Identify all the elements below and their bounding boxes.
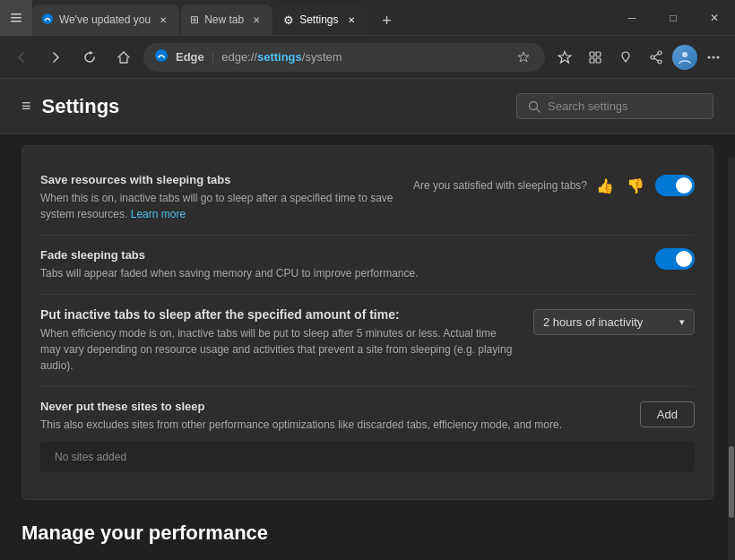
window-menu-button[interactable]	[0, 0, 32, 36]
fade-sleeping-title: Fade sleeping tabs	[40, 248, 641, 262]
svg-line-19	[537, 108, 540, 112]
settings-main: ≡ Settings Save resources with sleeping …	[0, 79, 735, 560]
fade-sleeping-toggle[interactable]	[655, 248, 695, 270]
url-bar[interactable]: Edge | edge://settings/system	[143, 43, 545, 72]
scroll-thumb	[729, 446, 734, 518]
tab-settings-close[interactable]: ✕	[344, 13, 359, 27]
svg-rect-6	[596, 52, 601, 56]
collections-button[interactable]	[581, 43, 610, 72]
new-tab-button[interactable]: +	[373, 6, 402, 35]
url-scheme: edge://	[221, 50, 257, 64]
search-icon	[528, 100, 540, 113]
svg-line-13	[654, 58, 658, 61]
svg-point-9	[658, 51, 662, 55]
put-to-sleep-desc: When efficiency mode is on, inactive tab…	[40, 325, 519, 374]
svg-rect-8	[596, 58, 601, 63]
url-edge-label: Edge	[176, 50, 204, 64]
never-sleep-title: Never put these sites to sleep	[40, 400, 626, 413]
favorites-icon[interactable]	[513, 47, 534, 68]
url-rest: /system	[302, 50, 342, 64]
edge-tab-icon	[41, 13, 54, 28]
svg-rect-2	[11, 21, 22, 22]
tab-newtab[interactable]: ⊞ New tab ✕	[181, 4, 272, 35]
refresh-button[interactable]	[75, 43, 104, 72]
save-resources-title: Save resources with sleeping tabs	[40, 173, 399, 186]
content-area: Save resources with sleeping tabs When t…	[0, 145, 735, 560]
feedback-label: Are you satisfied with sleeping tabs?	[413, 179, 587, 192]
thumbs-up-button[interactable]: 👍	[592, 173, 618, 198]
never-sleep-top: Never put these sites to sleep This also…	[40, 400, 695, 433]
fade-sleeping-desc: Tabs will appear faded when saving memor…	[40, 265, 641, 281]
home-button[interactable]	[109, 43, 138, 72]
back-button[interactable]	[7, 43, 36, 72]
never-sleep-desc: This also excludes sites from other perf…	[40, 417, 626, 433]
never-sleep-info: Never put these sites to sleep This also…	[40, 400, 640, 433]
manage-performance-section: Manage your performance	[22, 500, 713, 545]
svg-rect-7	[590, 58, 594, 63]
add-site-button[interactable]: Add	[640, 401, 695, 427]
close-button[interactable]: ✕	[694, 0, 735, 36]
settings-header-left: ≡ Settings	[22, 95, 119, 118]
svg-point-16	[713, 56, 715, 58]
fade-sleeping-row: Fade sleeping tabs Tabs will appear fade…	[40, 236, 695, 295]
tab-settings[interactable]: ⚙ Settings ✕	[274, 4, 367, 35]
tab-updated-label: We've updated you	[59, 13, 151, 26]
forward-button[interactable]	[41, 43, 70, 72]
no-sites-box: No sites added	[40, 442, 695, 472]
newtab-tab-icon: ⊞	[190, 13, 199, 26]
settings-page-title: Settings	[42, 95, 120, 118]
save-resources-control: Are you satisfied with sleeping tabs? 👍 …	[413, 173, 695, 198]
sleeping-tabs-card: Save resources with sleeping tabs When t…	[22, 145, 713, 500]
url-text: edge://settings/system	[221, 50, 506, 64]
inactivity-dropdown-value: 2 hours of inactivity	[543, 315, 643, 329]
chevron-down-icon: ▾	[679, 316, 685, 328]
page-body: ≡ Settings Save resources with sleeping …	[0, 79, 735, 560]
favorites-button[interactable]	[550, 43, 579, 72]
learn-more-link[interactable]: Learn more	[131, 208, 186, 220]
more-options-button[interactable]	[699, 43, 728, 72]
save-resources-toggle[interactable]	[655, 175, 695, 196]
tab-updated-close[interactable]: ✕	[156, 13, 170, 27]
put-to-sleep-title: Put inactive tabs to sleep after the spe…	[40, 307, 519, 322]
settings-header: ≡ Settings	[0, 79, 735, 134]
put-to-sleep-control: 2 hours of inactivity ▾	[533, 309, 695, 335]
svg-point-11	[658, 60, 662, 64]
addressbar: Edge | edge://settings/system	[0, 36, 735, 79]
never-sleep-control: Add	[640, 400, 695, 427]
save-resources-row: Save resources with sleeping tabs When t…	[40, 160, 695, 236]
browser-essentials-button[interactable]	[611, 43, 640, 72]
no-sites-text: No sites added	[55, 451, 126, 463]
toggle-thumb-2	[676, 251, 692, 267]
restore-button[interactable]: □	[653, 0, 694, 36]
window-controls: ─ □ ✕	[611, 0, 735, 36]
toggle-thumb	[676, 177, 692, 194]
toolbar-icons	[550, 43, 728, 72]
tabs-area: We've updated you ✕ ⊞ New tab ✕ ⚙ Settin…	[32, 0, 611, 35]
put-to-sleep-row: Put inactive tabs to sleep after the spe…	[40, 295, 695, 387]
share-button[interactable]	[642, 43, 670, 72]
svg-point-17	[717, 56, 720, 58]
settings-tab-icon: ⚙	[283, 13, 294, 27]
sidebar-toggle-button[interactable]: ≡	[22, 97, 31, 116]
search-settings-box[interactable]	[516, 93, 713, 119]
save-resources-desc: When this is on, inactive tabs will go t…	[40, 190, 399, 222]
fade-sleeping-info: Fade sleeping tabs Tabs will appear fade…	[40, 248, 655, 281]
svg-rect-0	[11, 13, 22, 15]
feedback-area: Are you satisfied with sleeping tabs? 👍 …	[413, 173, 648, 198]
tab-updated[interactable]: We've updated you ✕	[32, 4, 179, 35]
scrollbar[interactable]	[728, 158, 735, 560]
url-icons	[513, 47, 534, 68]
tab-settings-label: Settings	[299, 13, 338, 26]
tab-newtab-close[interactable]: ✕	[249, 13, 264, 27]
fade-sleeping-control	[655, 248, 695, 270]
svg-point-10	[651, 56, 654, 59]
save-resources-info: Save resources with sleeping tabs When t…	[40, 173, 413, 222]
minimize-button[interactable]: ─	[611, 0, 653, 36]
profile-avatar[interactable]	[672, 45, 697, 70]
inactivity-dropdown[interactable]: 2 hours of inactivity ▾	[533, 309, 695, 335]
svg-point-15	[708, 56, 711, 58]
manage-performance-title: Manage your performance	[22, 521, 713, 545]
svg-rect-5	[590, 52, 594, 56]
thumbs-down-button[interactable]: 👎	[623, 173, 648, 198]
search-settings-input[interactable]	[548, 99, 702, 113]
